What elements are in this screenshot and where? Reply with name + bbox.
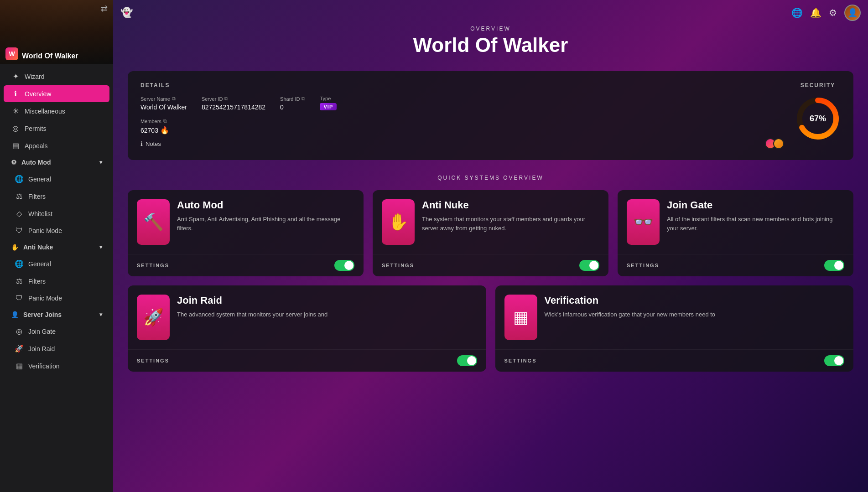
antinuke-section-label: Anti Nuke xyxy=(23,243,53,251)
antinuke-toggle-knob xyxy=(589,261,598,270)
sidebar: ⇄ W World Of Walker ✦ Wizard ℹ Overview … xyxy=(0,0,113,492)
copy-server-id-icon[interactable]: ⧉ xyxy=(224,96,228,102)
joinraid-icon: 🚀 xyxy=(15,344,24,353)
sidebar-banner-icon: W xyxy=(5,47,18,60)
sidebar-item-antinuke-panic[interactable]: 🛡 Panic Mode xyxy=(7,290,109,306)
members-label: Members ⧉ xyxy=(140,118,784,124)
sidebar-section-antinuke[interactable]: ✋ Anti Nuke ▾ xyxy=(4,239,109,255)
copy-server-name-icon[interactable]: ⧉ xyxy=(172,96,176,102)
antinuke-filters-label: Filters xyxy=(28,278,46,285)
globe-topbar-icon[interactable]: 🌐 xyxy=(791,7,803,18)
joingate-toggle[interactable] xyxy=(824,260,844,271)
details-section-title: DETAILS xyxy=(140,82,784,88)
bell-topbar-icon[interactable]: 🔔 xyxy=(810,7,821,18)
antinuke-sub: 🌐 General ⚖ Filters 🛡 Panic Mode xyxy=(0,255,113,306)
verification-toggle-knob xyxy=(834,356,843,365)
filter2-icon: ⚖ xyxy=(15,277,24,285)
verification-settings-label: SETTINGS xyxy=(504,358,537,363)
antinuke-toggle[interactable] xyxy=(579,260,599,271)
sidebar-item-overview[interactable]: ℹ Overview xyxy=(4,85,109,102)
joingate-label: Join Gate xyxy=(28,328,56,335)
server-name-label: Server Name ⧉ xyxy=(140,96,187,102)
joinraid-settings-label: SETTINGS xyxy=(137,358,169,363)
joingate-card-icon-wrap: 👓 xyxy=(627,199,660,245)
sidebar-banner: ⇄ W World Of Walker xyxy=(0,0,113,64)
user-avatar[interactable]: 👤 xyxy=(844,5,861,21)
sidebar-item-antinuke-filters[interactable]: ⚖ Filters xyxy=(7,273,109,290)
info-circle-icon: ℹ xyxy=(140,140,143,147)
content-area: OVERVIEW World Of Walker DETAILS Server … xyxy=(113,26,868,390)
sidebar-item-verification[interactable]: ▦ Verification xyxy=(7,357,109,374)
server-name-value: World Of Walker xyxy=(140,104,187,111)
gear-topbar-icon[interactable]: ⚙ xyxy=(829,7,837,18)
automod-whitelist-label: Whitelist xyxy=(28,210,52,218)
sidebar-section-automod[interactable]: ⚙ Auto Mod ▾ xyxy=(4,155,109,170)
antinuke-card-text: Anti Nuke The system that monitors your … xyxy=(422,199,599,233)
antinuke-card-icon-wrap: ✋ xyxy=(382,199,415,245)
permits-icon: ◎ xyxy=(11,124,20,133)
sidebar-item-label: Miscellaneous xyxy=(25,108,65,115)
verification-card-text: Verification Wick's infamous verificatio… xyxy=(545,295,845,319)
main-content: 👻 🌐 🔔 ⚙ 👤 OVERVIEW World Of Walker DETAI… xyxy=(113,0,868,492)
automod-chevron-icon: ▾ xyxy=(99,159,102,166)
verification-label: Verification xyxy=(28,363,59,370)
automod-toggle[interactable] xyxy=(334,260,354,271)
filter-icon: ⚖ xyxy=(15,192,24,201)
joingate-card-text: Join Gate All of the instant filters tha… xyxy=(667,199,844,233)
automod-card-text: Auto Mod Anti Spam, Anti Advertising, An… xyxy=(177,199,354,233)
sidebar-item-label: Permits xyxy=(25,125,46,132)
server-id-value: 827254215717814282 xyxy=(202,104,265,111)
copy-shard-id-icon[interactable]: ⧉ xyxy=(301,96,305,102)
details-card: DETAILS Server Name ⧉ World Of Walker Se… xyxy=(128,71,853,160)
vip-badge: VIP xyxy=(320,103,337,110)
type-label: Type xyxy=(320,96,337,101)
card-verification-body: ▦ Verification Wick's infamous verificat… xyxy=(495,285,854,349)
serverjoins-section-label: Server Joins xyxy=(23,311,62,318)
sidebar-item-automod-panic[interactable]: 🛡 Panic Mode xyxy=(7,223,109,239)
sidebar-item-joingate[interactable]: ◎ Join Gate xyxy=(7,323,109,340)
automod-card-desc: Anti Spam, Anti Advertising, Anti Phishi… xyxy=(177,215,354,233)
joingate-icon: ◎ xyxy=(15,327,24,336)
shard-id-label: Shard ID ⧉ xyxy=(280,96,305,102)
antinuke-card-title: Anti Nuke xyxy=(422,199,599,211)
copy-members-icon[interactable]: ⧉ xyxy=(163,118,167,124)
sidebar-item-automod-general[interactable]: 🌐 General xyxy=(7,171,109,187)
joinraid-toggle-knob xyxy=(467,356,476,365)
verification-card-title: Verification xyxy=(545,295,845,306)
card-automod-body: 🔨 Auto Mod Anti Spam, Anti Advertising, … xyxy=(128,190,364,254)
rocket-icon: 🚀 xyxy=(143,308,164,327)
sidebar-item-automod-whitelist[interactable]: ◇ Whitelist xyxy=(7,205,109,222)
antinuke-settings-label: SETTINGS xyxy=(382,263,414,268)
sidebar-item-antinuke-general[interactable]: 🌐 General xyxy=(7,255,109,272)
sidebar-item-permits[interactable]: ◎ Permits xyxy=(4,120,109,137)
sidebar-item-label: Overview xyxy=(25,90,51,98)
verification-toggle[interactable] xyxy=(824,355,844,366)
overview-label: OVERVIEW xyxy=(128,26,853,32)
sidebar-item-automod-filters[interactable]: ⚖ Filters xyxy=(7,188,109,205)
sidebar-item-appeals[interactable]: ▤ Appeals xyxy=(4,137,109,154)
automod-card-title: Auto Mod xyxy=(177,199,354,211)
card-automod: 🔨 Auto Mod Anti Spam, Anti Advertising, … xyxy=(128,190,364,276)
sidebar-item-joinraid[interactable]: 🚀 Join Raid xyxy=(7,340,109,357)
automod-filters-label: Filters xyxy=(28,193,46,200)
card-joinraid-body: 🚀 Join Raid The advanced system that mon… xyxy=(128,285,486,349)
card-antinuke: ✋ Anti Nuke The system that monitors you… xyxy=(373,190,608,276)
ghost-icon: 👻 xyxy=(120,7,133,19)
joingate-card-desc: All of the instant filters that scan new… xyxy=(667,215,844,233)
verification-card-footer: SETTINGS xyxy=(495,349,854,372)
security-percentage: 67% xyxy=(810,114,826,124)
cards-grid-top: 🔨 Auto Mod Anti Spam, Anti Advertising, … xyxy=(128,190,853,276)
antinuke-chevron-icon: ▾ xyxy=(99,244,102,250)
joinraid-label: Join Raid xyxy=(28,345,55,352)
sidebar-section-serverjoins[interactable]: 👤 Server Joins ▾ xyxy=(4,307,109,322)
topbar: 👻 🌐 🔔 ⚙ 👤 xyxy=(113,0,868,26)
notes-button[interactable]: ℹ Notes xyxy=(140,140,161,147)
sidebar-item-miscellaneous[interactable]: ✳ Miscellaneous xyxy=(4,103,109,119)
shard-id-value: 0 xyxy=(280,104,305,111)
card-antinuke-body: ✋ Anti Nuke The system that monitors you… xyxy=(373,190,608,254)
sidebar-item-wizard[interactable]: ✦ Wizard xyxy=(4,68,109,85)
joinraid-toggle[interactable] xyxy=(457,355,477,366)
automod-section-icon: ⚙ xyxy=(11,159,17,166)
card-joingate-body: 👓 Join Gate All of the instant filters t… xyxy=(618,190,853,254)
antinuke-card-footer: SETTINGS xyxy=(373,254,608,276)
